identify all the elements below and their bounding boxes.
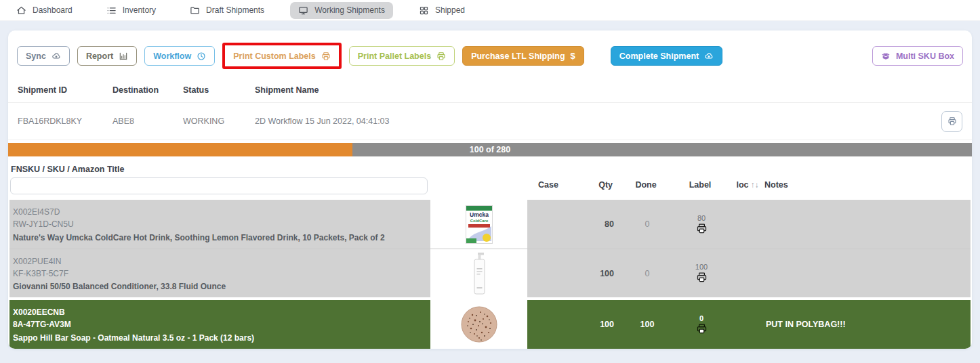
item-sku: 8A-47TG-AV3M [13, 318, 422, 330]
shipment-row: FBA16RDKL8KY ABE8 WORKING 2D Workflow 15… [8, 103, 972, 140]
nav-item-shipped[interactable]: Shipped [411, 2, 473, 19]
item-title: Sappo Hill Bar Soap - Oatmeal Natural 3.… [13, 333, 422, 344]
print-label-icon[interactable] [696, 272, 708, 283]
col-status: Status [183, 85, 255, 95]
item-notes: PUT IN POLYBAG!!! [766, 300, 971, 349]
shipment-print-button[interactable] [941, 111, 962, 132]
item-qty: 80 [567, 200, 624, 249]
nav-item-working-shipments[interactable]: Working Shipments [290, 2, 393, 19]
print-pallet-labels-label: Print Pallet Labels [358, 51, 431, 61]
shipment-status: WORKING [183, 116, 255, 126]
shipment-id: FBA16RDKL8KY [18, 116, 113, 126]
nav-label: Shipped [435, 5, 465, 15]
item-qty: 100 [567, 249, 624, 297]
progress-bar: 100 of 280 [8, 143, 972, 156]
working-shipment-card: Sync Report Workflow Print Custom Labels… [8, 30, 972, 349]
item-row: X0020EECNB 8A-47TG-AV3M Sappo Hill Bar S… [9, 300, 971, 349]
nav-item-draft-shipments[interactable]: Draft Shipments [182, 2, 272, 19]
workflow-button[interactable]: Workflow [144, 46, 215, 66]
monitor-icon [298, 5, 308, 16]
box-icon [881, 51, 891, 61]
sync-button-label: Sync [26, 51, 46, 61]
grid-icon [419, 5, 429, 16]
toolbar: Sync Report Workflow Print Custom Labels… [8, 30, 972, 78]
nav-label: Draft Shipments [206, 5, 264, 15]
item-qty: 100 [567, 300, 624, 349]
shipment-name: 2D Workflow 15 Jun 2022, 04:41:03 [255, 116, 926, 126]
svg-text:ColdCare: ColdCare [470, 219, 488, 223]
nav-item-inventory[interactable]: Inventory [98, 2, 164, 19]
top-nav: Dashboard Inventory Draft Shipments Work… [0, 0, 980, 21]
item-done: 0 [624, 200, 671, 249]
print-pallet-labels-button[interactable]: Print Pallet Labels [349, 46, 455, 66]
item-notes [766, 249, 971, 297]
complete-shipment-button[interactable]: Complete Shipment [611, 46, 722, 66]
col-shipment-name: Shipment Name [255, 85, 926, 95]
red-highlight-box: Print Custom Labels [222, 43, 342, 69]
printer-icon [321, 51, 331, 61]
product-image-oatmeal-soap [430, 300, 527, 349]
shipment-destination: ABE8 [113, 116, 183, 126]
item-done: 100 [624, 300, 671, 349]
bar-chart-icon [119, 51, 128, 61]
item-label-count: 100 [695, 263, 708, 271]
print-custom-labels-button[interactable]: Print Custom Labels [226, 46, 338, 66]
printer-icon [436, 51, 446, 61]
sort-icon[interactable]: ↑↓ [751, 180, 759, 190]
item-notes [766, 200, 971, 249]
items-table-header: FNSKU / SKU / Amazon Title Case Qty Done… [8, 156, 972, 200]
item-case [527, 249, 567, 297]
item-fnsku: X002PUE4IN [13, 255, 422, 268]
item-fnsku: X0020EECNB [13, 306, 422, 318]
search-input[interactable] [10, 177, 428, 194]
print-label-icon[interactable] [696, 223, 708, 234]
svg-text:Umcka: Umcka [470, 211, 489, 218]
print-custom-labels-label: Print Custom Labels [233, 51, 316, 61]
clock-icon [197, 51, 206, 61]
col-shipment-id: Shipment ID [18, 85, 113, 95]
complete-shipment-label: Complete Shipment [619, 51, 699, 61]
sync-button[interactable]: Sync [17, 46, 70, 66]
item-case [527, 300, 567, 349]
item-sku: RW-JY1D-CN5U [13, 218, 422, 230]
col-destination: Destination [113, 85, 183, 95]
item-case [527, 200, 567, 249]
item-done: 0 [624, 249, 671, 297]
list-icon [106, 5, 117, 16]
report-button-label: Report [86, 51, 113, 61]
search-label: FNSKU / SKU / Amazon Title [11, 165, 429, 174]
item-sku: KF-K3BT-5C7F [13, 268, 422, 280]
col-loc: loc [736, 180, 748, 190]
purchase-ltl-label: Purchase LTL Shipping [471, 51, 565, 61]
nav-label: Working Shipments [314, 5, 385, 15]
col-done: Done [622, 180, 670, 190]
item-fnsku: X002EI4S7D [13, 206, 422, 218]
cloud-sync-icon [52, 51, 61, 61]
item-label-count: 80 [697, 215, 706, 222]
shipment-table-header: Shipment ID Destination Status Shipment … [8, 78, 972, 103]
col-qty: Qty [565, 180, 622, 190]
item-title: Giovanni 50/50 Balanced Conditioner, 33.… [13, 282, 422, 293]
workflow-button-label: Workflow [153, 51, 191, 61]
product-image-conditioner-bottle [430, 249, 527, 297]
nav-item-dashboard[interactable]: Dashboard [8, 2, 81, 19]
print-label-icon[interactable] [696, 323, 708, 335]
multi-sku-box-label: Multi SKU Box [896, 51, 954, 61]
dollar-icon: $ [571, 51, 575, 61]
printer-icon [947, 116, 957, 126]
col-case: Case [526, 180, 565, 190]
nav-label: Dashboard [33, 5, 73, 15]
home-icon [16, 5, 26, 16]
item-label-count: 0 [699, 315, 703, 322]
multi-sku-box-button[interactable]: Multi SKU Box [872, 46, 963, 66]
col-label: Label [670, 180, 731, 190]
report-button[interactable]: Report [77, 46, 137, 66]
cloud-upload-icon [704, 51, 714, 61]
col-notes: Notes [764, 180, 972, 190]
folder-icon [190, 5, 200, 16]
purchase-ltl-shipping-button[interactable]: Purchase LTL Shipping $ [462, 46, 584, 66]
item-row: X002PUE4IN KF-K3BT-5C7F Giovanni 50/50 B… [9, 249, 971, 297]
product-image-umcka-coldcare: Umcka ColdCare [430, 200, 527, 249]
nav-label: Inventory [123, 5, 156, 15]
item-row: X002EI4S7D RW-JY1D-CN5U Nature's Way Umc… [9, 200, 971, 249]
